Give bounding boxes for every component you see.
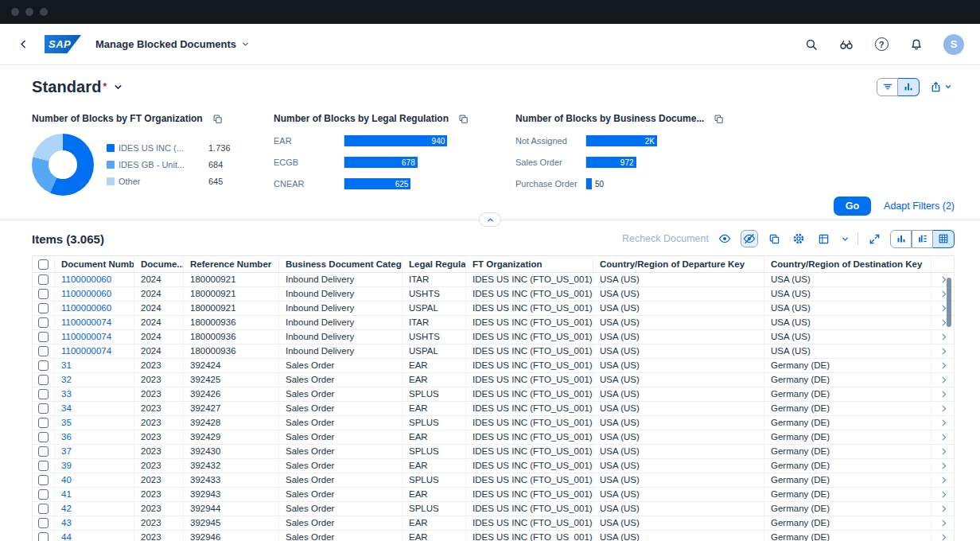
table-row[interactable]: 41 2023 392943 Sales Order EAR IDES US I… [33,488,954,502]
table-row[interactable]: 34 2023 392427 Sales Order EAR IDES US I… [33,402,954,416]
document-number-link[interactable]: 33 [61,389,72,399]
column-header-document-year[interactable]: Docume... [134,256,184,272]
card-blocks-by-legal-regulation[interactable]: Number of Blocks by Legal Regulation EAR… [274,113,471,193]
chart-view-button[interactable] [898,78,920,96]
document-number-link[interactable]: 34 [61,403,72,413]
row-navigation-button[interactable] [931,488,954,501]
row-navigation-button[interactable] [931,416,954,430]
row-checkbox[interactable] [38,504,49,514]
row-navigation-button[interactable] [931,473,954,487]
recheck-document-button[interactable]: Recheck Document [622,233,709,244]
row-checkbox[interactable] [38,332,49,342]
row-checkbox[interactable] [38,461,49,471]
table-row[interactable]: 1100000074 2024 180000936 Inbound Delive… [33,316,954,330]
document-number-link[interactable]: 36 [61,432,72,442]
document-number-link[interactable]: 41 [61,489,72,499]
table-row[interactable]: 1100000074 2024 180000936 Inbound Delive… [33,344,954,359]
document-number-link[interactable]: 35 [61,418,72,427]
chart-only-view-button[interactable] [890,230,912,248]
row-navigation-button[interactable] [931,373,954,387]
row-checkbox[interactable] [38,375,49,385]
row-checkbox[interactable] [38,360,49,371]
search-button[interactable] [803,37,819,53]
document-number-link[interactable]: 40 [61,475,72,485]
export-button[interactable] [815,230,832,247]
row-navigation-button[interactable] [931,459,954,473]
column-header-reference-number[interactable]: Reference Number [184,256,279,272]
column-header-destination-key[interactable]: Country/Region of Destination Key [764,256,931,272]
collapse-header-button[interactable] [479,212,501,227]
table-settings-button[interactable] [790,230,807,247]
copy-button[interactable] [765,230,783,247]
row-navigation-button[interactable] [931,516,954,530]
document-number-link[interactable]: 42 [61,504,72,513]
table-row[interactable]: 40 2023 392433 Sales Order SPLUS IDES US… [33,473,954,488]
document-number-link[interactable]: 39 [61,461,72,470]
sap-logo[interactable]: SAP [45,35,81,53]
filterbar-view-button[interactable] [877,78,898,96]
table-row[interactable]: 37 2023 392430 Sales Order SPLUS IDES US… [33,445,954,459]
go-button[interactable]: Go [834,197,871,216]
chart-table-view-button[interactable] [912,230,933,248]
row-navigation-button[interactable] [931,344,954,358]
row-checkbox[interactable] [38,274,49,285]
row-checkbox[interactable] [38,446,49,457]
card-expand-button[interactable] [212,114,223,124]
document-number-link[interactable]: 32 [61,375,72,384]
column-header-ft-organization[interactable]: FT Organization [466,256,593,272]
card-blocks-by-ft-organization[interactable]: Number of Blocks by FT Organization IDES… [32,113,229,193]
row-navigation-button[interactable] [931,531,954,541]
column-header-departure-key[interactable]: Country/Region of Departure Key [593,256,764,272]
table-scrollbar[interactable] [947,278,951,327]
document-number-link[interactable]: 1100000060 [61,303,111,313]
row-checkbox[interactable] [38,403,49,414]
document-number-link[interactable]: 1100000074 [61,317,111,327]
app-title-menu[interactable]: Manage Blocked Documents [95,38,250,50]
table-row[interactable]: 43 2023 392945 Sales Order EAR IDES US I… [33,516,954,531]
card-blocks-by-business-document[interactable]: Number of Blocks by Business Docume... N… [515,113,713,193]
row-checkbox[interactable] [38,432,49,442]
table-row[interactable]: 1100000074 2024 180000936 Inbound Delive… [33,330,954,344]
table-row[interactable]: 42 2023 392944 Sales Order SPLUS IDES US… [33,502,954,516]
document-number-link[interactable]: 1100000074 [61,332,111,341]
window-minimize-button[interactable] [25,8,33,16]
table-only-view-button[interactable] [933,230,955,248]
show-details-button[interactable] [716,230,733,247]
row-navigation-button[interactable] [931,402,954,415]
window-zoom-button[interactable] [40,8,48,16]
row-navigation-button[interactable] [931,387,954,401]
row-checkbox[interactable] [38,317,49,328]
assistant-button[interactable] [838,37,854,53]
document-number-link[interactable]: 1100000074 [61,346,111,356]
row-checkbox[interactable] [38,418,49,428]
row-checkbox[interactable] [38,532,49,541]
row-checkbox[interactable] [38,518,49,528]
table-row[interactable]: 1100000060 2024 180000921 Inbound Delive… [33,302,954,316]
back-button[interactable] [13,34,33,55]
row-checkbox[interactable] [38,475,49,485]
table-row[interactable]: 1100000060 2024 180000921 Inbound Delive… [33,287,954,302]
document-number-link[interactable]: 31 [61,360,72,370]
table-row[interactable]: 44 2023 392946 Sales Order EAR IDES US I… [33,531,954,541]
user-avatar[interactable]: S [943,34,964,55]
row-checkbox[interactable] [38,489,49,500]
column-header-business-document-category[interactable]: Business Document Category [279,256,402,272]
variant-menu-button[interactable] [113,82,123,92]
document-number-link[interactable]: 44 [61,532,72,541]
row-navigation-button[interactable] [931,502,954,516]
card-expand-button[interactable] [458,114,469,124]
row-checkbox[interactable] [38,303,49,313]
row-navigation-button[interactable] [931,359,954,372]
document-number-link[interactable]: 37 [61,446,72,456]
row-checkbox[interactable] [38,389,49,399]
document-number-link[interactable]: 1100000060 [61,274,111,284]
select-all-cell[interactable] [33,256,55,272]
share-button[interactable] [928,78,955,96]
table-row[interactable]: 39 2023 392432 Sales Order EAR IDES US I… [33,459,954,473]
table-row[interactable]: 1100000060 2024 180000921 Inbound Delive… [33,273,954,287]
column-header-legal-regulation[interactable]: Legal Regula... [402,256,466,272]
document-number-link[interactable]: 1100000060 [61,289,111,298]
table-row[interactable]: 33 2023 392426 Sales Order SPLUS IDES US… [33,387,954,402]
select-all-checkbox[interactable] [38,259,49,270]
row-checkbox[interactable] [38,346,49,356]
